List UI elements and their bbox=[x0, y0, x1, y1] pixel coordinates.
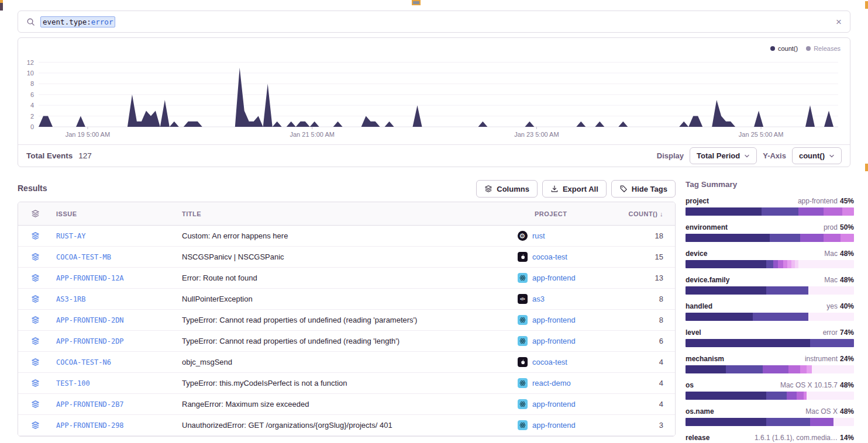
svg-text:Jan 19 5:00 AM: Jan 19 5:00 AM bbox=[66, 131, 110, 138]
issue-link[interactable]: APP-FRONTEND-2DP bbox=[56, 337, 124, 345]
search-query-token[interactable]: event.type:error bbox=[40, 16, 115, 27]
code-platform-icon: </> bbox=[517, 294, 528, 304]
project-link[interactable]: rust bbox=[532, 231, 545, 240]
facet-bar[interactable] bbox=[686, 418, 854, 426]
facet-top-value: Mac OS X bbox=[805, 407, 838, 416]
stack-header-icon bbox=[18, 209, 56, 218]
event-count: 13 bbox=[628, 274, 675, 282]
issue-link[interactable]: APP-FRONTEND-2DN bbox=[56, 316, 124, 324]
issue-title: UnauthorizedError: GET /organizations/{o… bbox=[182, 421, 517, 430]
clear-search-icon[interactable]: × bbox=[836, 17, 842, 27]
issue-stack-icon bbox=[18, 358, 56, 366]
chevron-down-icon bbox=[829, 153, 835, 159]
issue-link[interactable]: COCOA-TEST-MB bbox=[56, 253, 111, 261]
facet-tag-label: release bbox=[686, 434, 709, 442]
display-dropdown[interactable]: Total Period bbox=[690, 147, 757, 164]
legend-item-count[interactable]: count() bbox=[770, 45, 798, 52]
project-link[interactable]: app-frontend bbox=[532, 337, 576, 345]
event-count: 6 bbox=[628, 337, 675, 345]
facet-tag-label: level bbox=[686, 328, 701, 337]
facet-bar[interactable] bbox=[686, 365, 854, 373]
issue-stack-icon bbox=[18, 295, 56, 303]
issue-title: TypeError: Cannot read properties of und… bbox=[182, 316, 517, 324]
issue-stack-icon bbox=[18, 274, 56, 282]
tag-summary-heading: Tag Summary bbox=[686, 180, 854, 189]
project-link[interactable]: app-frontend bbox=[532, 421, 576, 430]
legend-releases-label: Releases bbox=[814, 45, 841, 52]
facet-top-value: error bbox=[823, 328, 838, 337]
event-count: 4 bbox=[628, 358, 675, 366]
export-all-button[interactable]: Export All bbox=[542, 180, 607, 198]
issue-stack-icon bbox=[18, 379, 56, 387]
table-row: AS3-1RBNullPointerException</>as38 bbox=[18, 289, 675, 310]
svg-text:Jan 25 5:00 AM: Jan 25 5:00 AM bbox=[739, 131, 783, 138]
issue-link[interactable]: TEST-100 bbox=[56, 379, 90, 387]
project-link[interactable]: as3 bbox=[532, 295, 545, 303]
table-row: TEST-100TypeError: this.myCodeIsPerfect … bbox=[18, 373, 675, 394]
issue-link[interactable]: RUST-AY bbox=[56, 232, 86, 240]
display-label: Display bbox=[657, 151, 684, 160]
yaxis-label: Y-Axis bbox=[763, 151, 786, 160]
facet-top-percent: 48% bbox=[840, 276, 854, 284]
facet-bar[interactable] bbox=[686, 260, 854, 268]
facet-bar[interactable] bbox=[686, 207, 854, 216]
issue-stack-icon bbox=[18, 337, 56, 345]
issue-stack-icon bbox=[18, 400, 56, 409]
legend-item-releases[interactable]: Releases bbox=[806, 45, 841, 52]
project-link[interactable]: react-demo bbox=[532, 379, 571, 387]
project-link[interactable]: cocoa-test bbox=[532, 252, 567, 261]
issue-link[interactable]: COCOA-TEST-N6 bbox=[56, 358, 111, 366]
facet-bar[interactable] bbox=[686, 392, 854, 400]
facet-tag-label: environment bbox=[686, 223, 728, 231]
issue-title: RangeError: Maximum size exceeded bbox=[182, 400, 517, 409]
header-count-label: COUNT() bbox=[629, 210, 658, 217]
svg-text:2: 2 bbox=[30, 113, 34, 120]
facet-top-value: yes bbox=[826, 302, 838, 310]
hide-tags-button[interactable]: Hide Tags bbox=[611, 180, 676, 198]
project-link[interactable]: app-frontend bbox=[532, 316, 576, 324]
issue-link[interactable]: AS3-1RB bbox=[56, 295, 86, 303]
facet-bar[interactable] bbox=[686, 339, 854, 347]
total-events-label: Total Events bbox=[26, 151, 73, 160]
header-title: TITLE bbox=[182, 210, 517, 217]
display-dropdown-value: Total Period bbox=[697, 151, 740, 160]
facet-project: projectapp-frontend45% bbox=[686, 197, 854, 216]
facet-top-value: instrument bbox=[805, 355, 838, 363]
project-link[interactable]: cocoa-test bbox=[532, 358, 567, 366]
event-count: 8 bbox=[628, 295, 675, 303]
yaxis-dropdown[interactable]: count() bbox=[792, 147, 842, 164]
header-count-sort[interactable]: COUNT() ↓ bbox=[628, 210, 675, 217]
svg-text:0: 0 bbox=[30, 123, 34, 130]
facet-top-value: Mac OS X 10.15.7 bbox=[780, 381, 838, 389]
facet-top-value: app-frontend bbox=[798, 197, 838, 205]
screenshot-artifact bbox=[0, 0, 3, 11]
facet-os: osMac OS X 10.15.748% bbox=[686, 381, 854, 400]
columns-button[interactable]: Columns bbox=[476, 180, 538, 198]
table-row: APP-FRONTEND-2DPTypeError: Cannot read p… bbox=[18, 331, 675, 352]
facet-tag-label: device.family bbox=[686, 276, 729, 284]
facet-top-percent: 74% bbox=[840, 328, 854, 337]
search-bar[interactable]: event.type:error × bbox=[18, 11, 850, 33]
issue-link[interactable]: APP-FRONTEND-2B7 bbox=[56, 400, 124, 409]
project-link[interactable]: app-frontend bbox=[532, 274, 576, 282]
issue-link[interactable]: APP-FRONTEND-12A bbox=[56, 274, 124, 282]
header-issue: ISSUE bbox=[56, 210, 182, 217]
react-platform-icon bbox=[517, 336, 528, 347]
facet-bar[interactable] bbox=[686, 234, 854, 242]
results-toolbar: Columns Export All Hide Tags bbox=[18, 180, 676, 198]
facet-bar[interactable] bbox=[686, 313, 854, 321]
facet-tag-label: device bbox=[686, 250, 707, 258]
issue-title: Custom: An error happens here bbox=[182, 231, 517, 240]
project-link[interactable]: app-frontend bbox=[532, 400, 576, 409]
results-table: ISSUE TITLE PROJECT COUNT() ↓ RUST-AYCus… bbox=[18, 202, 676, 437]
facet-mechanism: mechanisminstrument24% bbox=[686, 355, 854, 373]
facet-bar[interactable] bbox=[686, 286, 854, 295]
stack-icon bbox=[484, 185, 492, 193]
facet-top-percent: 48% bbox=[840, 250, 854, 258]
facet-top-percent: 48% bbox=[840, 381, 854, 389]
search-icon bbox=[26, 18, 35, 26]
event-count: 18 bbox=[628, 231, 675, 240]
issue-link[interactable]: APP-FRONTEND-298 bbox=[56, 421, 124, 430]
event-count: 4 bbox=[628, 379, 675, 387]
facet-tag-label: handled bbox=[686, 302, 712, 310]
